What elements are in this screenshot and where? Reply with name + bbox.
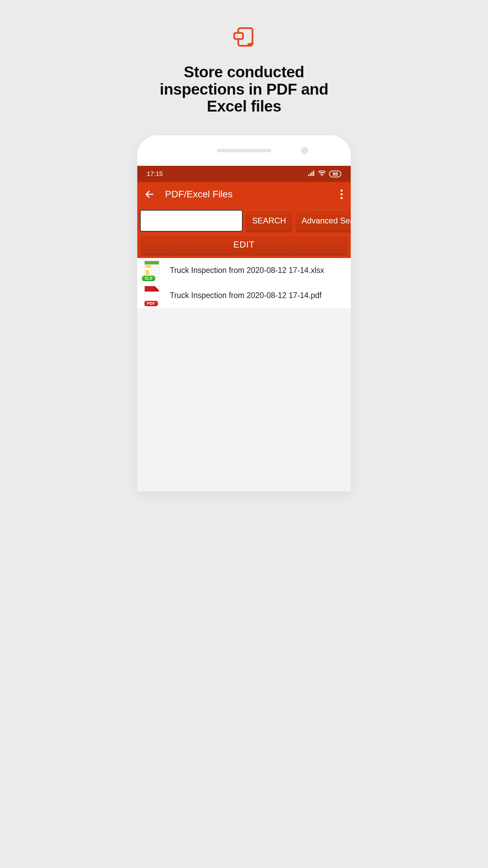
- signal-icon: [308, 171, 315, 177]
- back-button[interactable]: [145, 190, 154, 199]
- phone-frame: 17:15 88: [137, 135, 351, 491]
- battery-indicator: 88: [329, 171, 341, 177]
- pdf-badge: PDF: [144, 301, 158, 306]
- file-name: Truck Inspection from 2020-08-12 17-14.x…: [170, 266, 324, 275]
- page-title: PDF/Excel Files: [165, 189, 329, 200]
- phone-bezel: [137, 135, 351, 166]
- pdf-file-icon: PDF: [142, 286, 162, 305]
- status-icons: 88: [308, 171, 341, 177]
- wifi-icon: [318, 171, 326, 177]
- edit-row: EDIT: [137, 235, 351, 258]
- svg-rect-5: [313, 171, 314, 176]
- xls-file-icon: XLS: [142, 261, 162, 280]
- svg-point-6: [322, 175, 323, 176]
- hero-title: Store conducted inspections in PDF and E…: [160, 63, 328, 115]
- overflow-menu-icon[interactable]: [341, 190, 343, 199]
- search-input[interactable]: [140, 210, 243, 232]
- advanced-search-button[interactable]: Advanced Search: [296, 210, 351, 232]
- edit-button[interactable]: EDIT: [140, 235, 348, 255]
- search-button[interactable]: SEARCH: [245, 210, 293, 232]
- svg-rect-1: [234, 33, 243, 39]
- file-list: XLS Truck Inspection from 2020-08-12 17-…: [137, 258, 351, 308]
- file-name: Truck Inspection from 2020-08-12 17-14.p…: [170, 291, 322, 300]
- xls-badge: XLS: [142, 276, 155, 281]
- status-time: 17:15: [147, 170, 163, 178]
- svg-rect-2: [308, 175, 309, 176]
- svg-rect-3: [310, 173, 311, 176]
- phone-camera: [301, 147, 308, 154]
- app-bar: PDF/Excel Files: [137, 182, 351, 206]
- hero-note-icon: [231, 25, 257, 53]
- search-row: SEARCH Advanced Search: [137, 206, 351, 235]
- svg-rect-4: [311, 172, 312, 176]
- status-bar: 17:15 88: [137, 166, 351, 182]
- phone-speaker: [217, 149, 271, 152]
- empty-area: [137, 308, 351, 491]
- list-item[interactable]: XLS Truck Inspection from 2020-08-12 17-…: [137, 258, 351, 283]
- list-item[interactable]: PDF Truck Inspection from 2020-08-12 17-…: [137, 283, 351, 308]
